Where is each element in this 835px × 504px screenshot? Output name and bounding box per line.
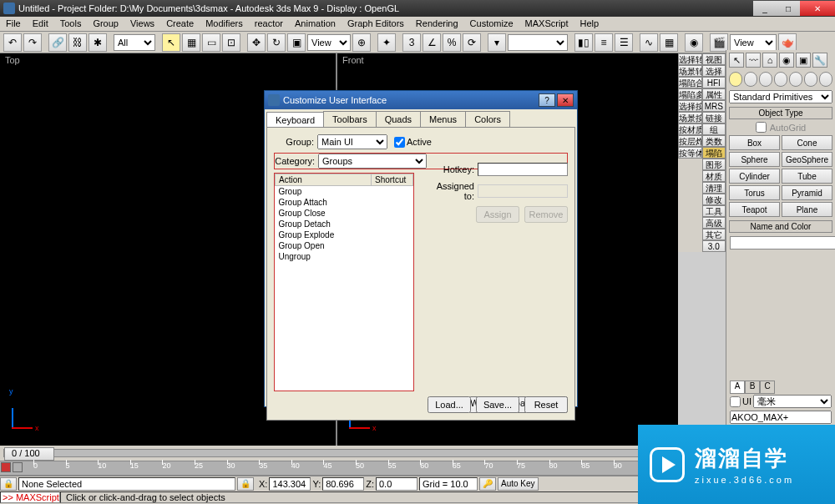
select-icon[interactable]: ↖ [162,33,180,52]
helpers-icon[interactable] [789,72,802,87]
material-editor-icon[interactable]: ◉ [685,33,703,52]
type-cone[interactable]: Cone [782,135,832,150]
list-item[interactable]: Group Explode [276,229,372,240]
angle-snap-icon[interactable]: ∠ [423,33,441,52]
rollout-object-type[interactable]: Object Type [729,107,832,119]
systems-icon[interactable] [819,72,832,87]
menu-reactor[interactable]: reactor [249,17,289,31]
group-select[interactable]: Main UI [317,134,387,149]
cn-btn[interactable]: 图形 [702,159,726,170]
cn-btn[interactable]: 3.0 [702,240,726,252]
rotate-icon[interactable]: ↻ [267,33,286,52]
cn-btn[interactable]: 属性 [702,88,726,100]
save-button[interactable]: Save... [476,396,519,413]
quick-render-icon[interactable]: 🫖 [778,33,797,52]
action-list[interactable]: ActionShortcut Group Group Attach Group … [274,173,414,391]
schematic-icon[interactable]: ▦ [660,33,678,52]
lights-icon[interactable] [759,72,772,87]
menu-edit[interactable]: Edit [27,17,54,31]
link-icon[interactable]: 🔗 [48,33,67,52]
maxscript-prompt[interactable]: >> MAXScript [0,491,60,503]
hierarchy-tab-icon[interactable]: ⌂ [762,53,777,68]
mirror-icon[interactable]: ▮▯ [574,33,593,52]
cn-btn[interactable]: 塌陷合并 [678,77,702,88]
type-box[interactable]: Box [729,135,780,150]
script-name-input[interactable] [730,411,832,424]
cn-btn[interactable]: 选择按材 [678,100,702,112]
redo-icon[interactable]: ↷ [23,33,42,52]
type-pyramid[interactable]: Pyramid [782,185,832,200]
auto-key-button[interactable]: Auto Key [498,477,539,491]
remove-button[interactable]: Remove [524,206,568,223]
bind-icon[interactable]: ✱ [89,33,107,52]
load-button[interactable]: Load... [428,396,471,413]
cn-btn[interactable]: MRS [702,100,726,112]
type-tube[interactable]: Tube [782,169,832,184]
cn-btn[interactable]: 场景转换 [678,65,702,77]
maximize-button[interactable]: □ [777,1,800,16]
menu-rendering[interactable]: Rendering [410,17,464,31]
cn-btn[interactable]: 修改 [702,194,726,205]
list-item[interactable]: Ungroup [276,251,372,262]
select-region-icon[interactable]: ▭ [202,33,220,52]
x-value[interactable]: 143.304 [269,477,311,491]
assign-button[interactable]: Assign [476,206,519,223]
list-item[interactable]: Group [276,186,372,198]
dialog-close-button[interactable]: ✕ [557,93,574,107]
cn-btn[interactable]: 类数 [702,135,726,147]
cn-btn[interactable]: 组 [702,123,726,135]
cn-btn[interactable]: 塌陷 [702,147,726,159]
menu-tools[interactable]: Tools [54,17,88,31]
scale-icon[interactable]: ▣ [287,33,306,52]
y-value[interactable]: 80.696 [322,477,364,491]
menu-animation[interactable]: Animation [289,17,342,31]
create-tab-icon[interactable]: ↖ [729,53,744,68]
spinner-snap-icon[interactable]: ⟳ [463,33,481,52]
unit-select[interactable]: 毫米 [753,395,832,408]
transform-lock-icon[interactable]: 🔒 [237,477,254,491]
selection-filter[interactable]: All [114,34,155,51]
cn-btn[interactable]: 选择转换 [678,53,702,65]
tab-colors[interactable]: Colors [465,111,510,127]
list-item[interactable]: Group Close [276,208,372,219]
cn-btn[interactable]: 按等体炸 [678,147,702,159]
tab-quads[interactable]: Quads [376,111,421,127]
list-item[interactable]: Group Open [276,240,372,251]
cn-btn[interactable]: 链接 [702,112,726,123]
z-value[interactable]: 0.0 [376,477,418,491]
menu-modifiers[interactable]: Modifiers [200,17,249,31]
menu-file[interactable]: File [0,17,27,31]
named-sel-icon[interactable]: ▾ [488,33,506,52]
type-plane[interactable]: Plane [782,202,832,217]
hotkey-input[interactable] [478,163,568,176]
spacewarps-icon[interactable] [804,72,817,87]
cn-btn[interactable]: 场景按组 [678,112,702,123]
tab-b[interactable]: B [745,381,760,394]
lock-icon[interactable]: 🔒 [0,477,17,491]
cn-btn[interactable]: 视图 [702,53,726,65]
list-item[interactable]: Group Attach [276,197,372,208]
type-cylinder[interactable]: Cylinder [729,169,780,184]
category-select[interactable]: Groups [318,154,427,169]
align-icon[interactable]: ≡ [595,33,613,52]
cn-btn[interactable]: 塌陷多维 [678,88,702,100]
manipulate-icon[interactable]: ✦ [377,33,396,52]
percent-snap-icon[interactable]: % [443,33,461,52]
cn-btn[interactable]: 按材质炸 [678,123,702,135]
col-action[interactable]: Action [276,174,372,186]
type-torus[interactable]: Torus [729,185,780,200]
tab-toolbars[interactable]: Toolbars [323,111,377,127]
type-teapot[interactable]: Teapot [729,202,780,217]
motion-tab-icon[interactable]: ◉ [779,53,794,68]
tab-menus[interactable]: Menus [420,111,466,127]
cn-btn[interactable]: 选择 [702,65,726,77]
close-button[interactable]: ✕ [800,1,835,16]
subcategory-dropdown[interactable]: Standard Primitives [729,90,832,103]
ui-checkbox[interactable] [730,396,741,407]
geometry-icon[interactable] [729,72,742,87]
time-slider[interactable]: 0 / 100 [0,446,678,461]
reset-button[interactable]: Reset [524,396,568,413]
col-shortcut[interactable]: Shortcut [372,174,413,186]
menu-create[interactable]: Create [160,17,200,31]
dialog-help-button[interactable]: ? [539,93,555,107]
